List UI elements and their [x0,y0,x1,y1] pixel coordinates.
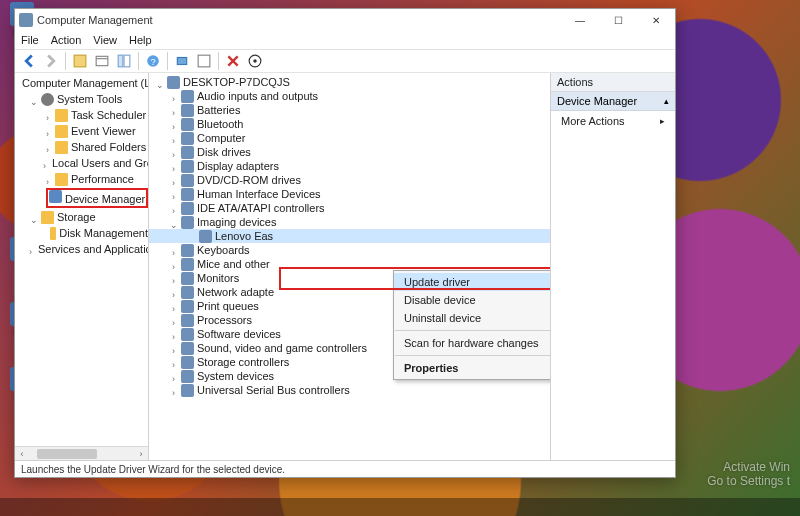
tree-device-manager[interactable]: Device Manager [15,187,148,209]
tree-event-viewer[interactable]: ›Event Viewer [15,123,148,139]
expand-icon[interactable]: › [169,162,178,171]
collapse-icon[interactable]: ▴ [664,96,669,106]
scroll-thumb[interactable] [37,449,97,459]
expand-icon[interactable]: › [29,245,32,254]
device-label: Print queues [197,299,259,313]
expand-icon[interactable]: › [169,330,178,339]
ctx-properties[interactable]: Properties [394,359,551,377]
expand-icon[interactable]: › [43,175,52,184]
expand-icon[interactable]: › [43,143,52,152]
device-label: Software devices [197,327,281,341]
titlebar[interactable]: Computer Management — ☐ ✕ [15,9,675,31]
expand-icon[interactable]: › [169,134,178,143]
expand-icon[interactable]: › [169,344,178,353]
expand-icon[interactable]: ⌄ [29,213,38,222]
device-tree-item[interactable]: ›Mice and other [149,257,550,271]
toolbar-icon[interactable] [245,51,265,71]
device-tree-item[interactable]: ›Computer [149,131,550,145]
menu-file[interactable]: File [21,34,39,46]
folder-icon [55,141,68,154]
expand-icon[interactable]: › [169,316,178,325]
device-tree-item[interactable]: ›Disk drives [149,145,550,159]
help-icon[interactable]: ? [143,51,163,71]
tree-services-apps[interactable]: ›Services and Applications [15,241,148,257]
device-tree-item[interactable]: ›Audio inputs and outputs [149,89,550,103]
scroll-left-icon[interactable]: ‹ [15,447,29,461]
expand-icon[interactable]: › [169,92,178,101]
device-tree-pane[interactable]: ⌄DESKTOP-P7DCQJS›Audio inputs and output… [149,73,551,460]
expand-icon[interactable]: › [169,274,178,283]
tree-label: System Tools [57,92,122,106]
close-button[interactable]: ✕ [639,10,673,30]
tree-disk-mgmt[interactable]: Disk Management [15,225,148,241]
expand-icon[interactable]: › [169,120,178,129]
menu-help[interactable]: Help [129,34,152,46]
expand-icon[interactable]: › [169,372,178,381]
device-tree-item[interactable]: ›DVD/CD-ROM drives [149,173,550,187]
scroll-right-icon[interactable]: › [134,447,148,461]
hscrollbar[interactable]: ‹ › [15,446,148,460]
toolbar-icon[interactable] [70,51,90,71]
expand-icon[interactable]: › [169,386,178,395]
device-root[interactable]: ⌄DESKTOP-P7DCQJS [149,75,550,89]
device-label: System devices [197,369,274,383]
tree-local-users[interactable]: ›Local Users and Groups [15,155,148,171]
menu-action[interactable]: Action [51,34,82,46]
device-tree-item[interactable]: ›Batteries [149,103,550,117]
tree-performance[interactable]: ›Performance [15,171,148,187]
expand-icon[interactable]: › [169,148,178,157]
expand-icon[interactable]: › [169,204,178,213]
ctx-uninstall-device[interactable]: Uninstall device [394,309,551,327]
tree-root[interactable]: Computer Management (Local [15,75,148,91]
more-actions[interactable]: More Actions ▸ [551,111,675,131]
expand-icon[interactable]: › [169,106,178,115]
forward-button[interactable] [41,51,61,71]
device-tree-item[interactable]: ›Keyboards [149,243,550,257]
toolbar-icon[interactable] [194,51,214,71]
tree-task-scheduler[interactable]: ›Task Scheduler [15,107,148,123]
expand-icon[interactable]: ⌄ [169,218,178,227]
tree-storage[interactable]: ⌄Storage [15,209,148,225]
maximize-button[interactable]: ☐ [601,10,635,30]
tree-shared-folders[interactable]: ›Shared Folders [15,139,148,155]
device-label: Display adapters [197,159,279,173]
expand-icon[interactable]: › [169,176,178,185]
device-tree-item[interactable]: ›Bluetooth [149,117,550,131]
toolbar-icon[interactable] [114,51,134,71]
expand-icon[interactable]: › [169,288,178,297]
expand-icon[interactable]: › [169,260,178,269]
device-tree-item[interactable]: ›IDE ATA/ATAPI controllers [149,201,550,215]
toolbar-icon[interactable] [92,51,112,71]
expand-icon[interactable] [187,232,196,241]
expand-icon[interactable]: › [169,190,178,199]
tree-system-tools[interactable]: ⌄System Tools [15,91,148,107]
expand-icon[interactable]: › [169,302,178,311]
expand-icon[interactable]: › [43,111,52,120]
device-tree-item[interactable]: ›Display adapters [149,159,550,173]
taskbar[interactable] [0,498,800,516]
expand-icon[interactable]: › [169,246,178,255]
scan-hardware-icon[interactable] [172,51,192,71]
minimize-button[interactable]: — [563,10,597,30]
device-tree-item[interactable]: ⌄Imaging devices [149,215,550,229]
ctx-disable-device[interactable]: Disable device [394,291,551,309]
back-button[interactable] [19,51,39,71]
actions-subheader[interactable]: Device Manager ▴ [551,92,675,111]
svg-rect-1 [96,56,108,65]
device-tree-item[interactable]: ›Universal Serial Bus controllers [149,383,550,397]
device-category-icon [181,286,194,299]
selected-device[interactable]: Lenovo Eas [149,229,550,243]
expand-icon[interactable]: ⌄ [155,78,164,87]
device-tree-item[interactable]: ›Human Interface Devices [149,187,550,201]
nav-tree-pane[interactable]: Computer Management (Local ⌄System Tools… [15,73,149,460]
device-category-icon [181,272,194,285]
ctx-scan-hardware[interactable]: Scan for hardware changes [394,334,551,352]
menu-view[interactable]: View [93,34,117,46]
expand-icon[interactable]: › [43,159,46,168]
expand-icon[interactable]: › [43,127,52,136]
delete-icon[interactable] [223,51,243,71]
expand-icon[interactable]: › [169,358,178,367]
ctx-update-driver[interactable]: Update driver [394,273,551,291]
svg-point-9 [253,59,257,63]
expand-icon[interactable]: ⌄ [29,95,38,104]
